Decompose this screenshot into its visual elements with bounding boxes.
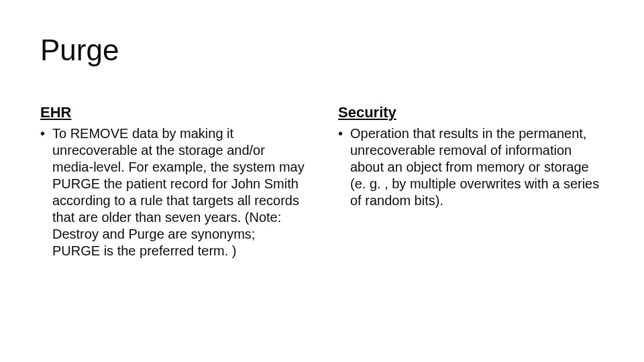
slide: Purge EHR To REMOVE data by making it un… <box>0 0 644 362</box>
list-ehr: To REMOVE data by making it unrecoverabl… <box>40 125 306 259</box>
page-title: Purge <box>40 34 604 67</box>
list-item: To REMOVE data by making it unrecoverabl… <box>40 125 306 259</box>
column-security: Security Operation that results in the p… <box>338 104 604 259</box>
heading-ehr: EHR <box>40 104 306 121</box>
list-item: Operation that results in the permanent,… <box>338 125 604 209</box>
heading-security: Security <box>338 104 604 121</box>
columns: EHR To REMOVE data by making it unrecove… <box>40 104 604 259</box>
column-ehr: EHR To REMOVE data by making it unrecove… <box>40 104 306 259</box>
list-security: Operation that results in the permanent,… <box>338 125 604 209</box>
